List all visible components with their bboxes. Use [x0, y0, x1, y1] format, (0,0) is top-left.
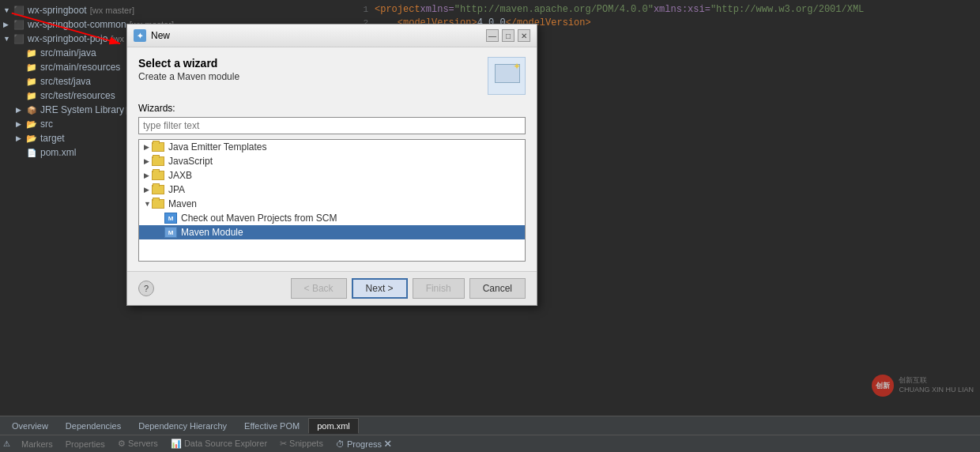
finish-button[interactable]: Finish — [413, 278, 465, 299]
tab-overview[interactable]: Overview — [3, 418, 57, 434]
help-button[interactable]: ? — [138, 281, 154, 296]
wizard-item-label: Maven Module — [181, 227, 243, 238]
expand-arrow: ▼ — [144, 200, 152, 208]
footer-left: ? — [138, 281, 154, 296]
sidebar-item-label: src/test/java — [40, 76, 91, 87]
file-icon: 📄 — [25, 146, 38, 159]
dialog-controls: — □ ✕ — [486, 29, 530, 42]
tab-effective-pom[interactable]: Effective POM — [236, 418, 308, 434]
sidebar-item-wx-springboot[interactable]: ▼ ⬛ wx-springboot [wx master] — [0, 3, 340, 17]
cancel-button[interactable]: Cancel — [469, 278, 526, 299]
tab-snippets[interactable]: ✂ Snippets — [273, 437, 330, 450]
project-icon: ⬛ — [13, 32, 25, 45]
maximize-button[interactable]: □ — [502, 29, 514, 42]
wizard-item-label: Java Emitter Templates — [168, 141, 267, 153]
wizard-list-item[interactable]: ▼ Maven — [139, 197, 525, 211]
maven-icon: M — [164, 213, 177, 224]
wizard-list-item[interactable]: ▶ JPA — [139, 183, 525, 197]
next-button[interactable]: Next > — [352, 278, 408, 299]
folder-icon: 📁 — [25, 75, 38, 88]
folder-icon — [152, 185, 164, 194]
folder-icon: 📁 — [25, 61, 38, 73]
sidebar-item-label: src — [40, 119, 53, 130]
expand-arrow: ▶ — [3, 21, 13, 28]
minimize-button[interactable]: — — [486, 29, 499, 42]
wizard-item-label: Maven — [168, 198, 197, 209]
wizard-list[interactable]: ▶ Java Emitter Templates ▶ JavaScript ▶ — [138, 139, 526, 262]
wizard-item-label: JPA — [168, 184, 185, 195]
sidebar-item-label: wx-springboot-pojo — [28, 33, 107, 44]
dialog-icon: ✦ — [134, 29, 146, 42]
project-icon: ⬛ — [13, 18, 25, 31]
dialog-subtitle: Select a wizard — [138, 57, 239, 70]
dialog-footer: ? < Back Next > Finish Cancel — [127, 271, 537, 305]
tab-pom-xml[interactable]: pom.xml — [308, 418, 359, 434]
wizard-list-item[interactable]: M Check out Maven Projects from SCM — [139, 211, 525, 225]
dialog-title-left: ✦ New — [134, 29, 170, 42]
folder-icon — [152, 142, 164, 152]
tab-dependencies[interactable]: Dependencies — [57, 418, 130, 434]
folder-icon: 📁 — [25, 47, 38, 59]
sidebar-item-tag: [wx master] — [90, 6, 134, 15]
close-button[interactable]: ✕ — [518, 29, 530, 42]
bottom-area: Overview Dependencies Dependency Hierarc… — [0, 416, 980, 452]
wizard-item-label: JAXB — [168, 170, 192, 181]
wizard-icon — [488, 57, 526, 95]
tab-servers[interactable]: ⚙ Servers — [111, 437, 164, 450]
sidebar-item-label: wx-springboot — [28, 5, 87, 16]
wizard-list-item[interactable]: ▶ JavaScript — [139, 154, 525, 168]
folder-icon — [152, 199, 164, 209]
expand-arrow: ▶ — [144, 186, 152, 194]
filter-input[interactable] — [138, 117, 526, 134]
dialog-description: Create a Maven module — [138, 71, 239, 82]
tab-properties[interactable]: Properties — [59, 438, 111, 450]
folder-icon: 📁 — [25, 89, 38, 102]
expand-arrow: ▶ — [144, 143, 152, 151]
sidebar-item-label: src/main/resources — [40, 62, 120, 73]
sidebar-item-label: src/test/resources — [40, 90, 115, 101]
jre-icon: 📦 — [25, 104, 38, 116]
watermark-text: 创新互联CHUANG XIN HU LIAN — [899, 376, 974, 394]
sidebar-item-label: pom.xml — [40, 147, 76, 158]
wizards-label: Wizards: — [138, 103, 526, 114]
tab-dependency-hierarchy[interactable]: Dependency Hierarchy — [130, 418, 236, 434]
dialog-header-text: Select a wizard Create a Maven module — [138, 57, 239, 82]
project-icon: ⬛ — [13, 4, 25, 17]
sidebar-item-label: target — [40, 133, 65, 144]
markers-icon: ⚠ — [3, 439, 10, 448]
editor-tabs: Overview Dependencies Dependency Hierarc… — [0, 416, 980, 435]
expand-arrow: ▶ — [144, 157, 152, 165]
expand-arrow: ▶ — [16, 106, 25, 114]
tab-progress[interactable]: ⏱ Progress ✕ — [330, 438, 399, 450]
wizard-list-item[interactable]: ▶ Java Emitter Templates — [139, 140, 525, 154]
tab-data-source[interactable]: 📊 Data Source Explorer — [164, 437, 273, 450]
folder-icon — [152, 156, 164, 166]
expand-arrow: ▼ — [3, 35, 13, 43]
dialog-header-section: Select a wizard Create a Maven module — [138, 57, 526, 95]
new-wizard-dialog: ✦ New — □ ✕ Select a wizard Create a Mav… — [126, 24, 537, 306]
wizard-list-item[interactable]: ▶ JAXB — [139, 168, 525, 183]
dialog-title-text: New — [151, 30, 170, 41]
back-button[interactable]: < Back — [291, 278, 347, 299]
folder-icon: 📂 — [25, 132, 38, 145]
wizard-item-label: JavaScript — [168, 156, 213, 167]
src-icon: 📂 — [25, 118, 38, 130]
sidebar-item-label: JRE System Library — [40, 104, 124, 115]
progress-tabs: ⚠ Markers Properties ⚙ Servers 📊 Data So… — [0, 435, 980, 452]
dialog-body: Select a wizard Create a Maven module Wi… — [127, 47, 537, 271]
dialog-titlebar: ✦ New — □ ✕ — [127, 24, 537, 47]
expand-arrow: ▶ — [144, 171, 152, 179]
watermark: 创新 创新互联CHUANG XIN HU LIAN — [872, 375, 974, 397]
footer-right: < Back Next > Finish Cancel — [291, 278, 526, 299]
expand-arrow: ▼ — [3, 6, 13, 14]
watermark-logo: 创新 — [872, 375, 894, 397]
expand-arrow: ▶ — [16, 120, 25, 128]
editor-line: 1 <project xmlns= "http://maven.apache.o… — [346, 3, 974, 17]
wizard-list-item-maven-module[interactable]: M Maven Module — [139, 225, 525, 239]
wizard-item-label: Check out Maven Projects from SCM — [181, 213, 337, 224]
sidebar-item-label: src/main/java — [40, 47, 96, 58]
expand-arrow: ▶ — [16, 134, 25, 142]
maven-icon: M — [164, 227, 177, 238]
sidebar-item-label: wx-springboot-common — [28, 19, 126, 30]
tab-markers[interactable]: Markers — [15, 438, 59, 450]
